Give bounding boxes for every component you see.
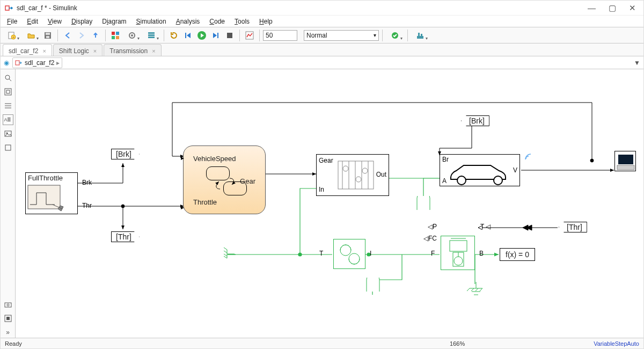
tab-shift-logic[interactable]: Shift Logic× bbox=[53, 44, 103, 56]
nav-back-button[interactable] bbox=[61, 29, 74, 42]
svg-rect-16 bbox=[185, 33, 186, 38]
menu-analysis[interactable]: Analysis bbox=[172, 17, 204, 26]
side-palette: A≣ » bbox=[1, 69, 16, 338]
svg-point-26 bbox=[5, 75, 10, 79]
simulation-mode-select[interactable]: Normal▾ bbox=[304, 30, 379, 41]
menu-tools[interactable]: Tools bbox=[230, 17, 254, 26]
svg-point-52 bbox=[454, 257, 463, 265]
status-zoom[interactable]: 166% bbox=[450, 340, 465, 347]
step-fwd-button[interactable] bbox=[209, 29, 222, 42]
library-browser-button[interactable] bbox=[109, 29, 122, 42]
explorer-bar: ◉ sdl_car_f2 ▸ ▼ bbox=[1, 56, 643, 69]
tab-model[interactable]: sdl_car_f2× bbox=[3, 44, 52, 56]
diagram-canvas[interactable]: FullThrottle Brk Thr [Brk] [Thr] Vehicle… bbox=[16, 69, 643, 338]
run-button[interactable] bbox=[195, 29, 208, 42]
annotation-icon[interactable]: A≣ bbox=[3, 114, 13, 125]
svg-rect-7 bbox=[112, 32, 115, 35]
menu-help[interactable]: Help bbox=[255, 17, 277, 26]
menu-code[interactable]: Code bbox=[205, 17, 229, 26]
port-fc: ◁FC bbox=[423, 235, 437, 242]
window-maximize-button[interactable]: ▢ bbox=[605, 2, 619, 14]
svg-rect-25 bbox=[16, 61, 19, 65]
block-solver-config[interactable]: f(x) = 0 bbox=[500, 248, 535, 261]
build-button[interactable] bbox=[411, 29, 429, 42]
area-icon[interactable] bbox=[3, 142, 13, 153]
port-brk: Brk bbox=[82, 179, 92, 186]
svg-point-45 bbox=[494, 176, 502, 185]
torque-sensor-icon bbox=[334, 239, 366, 270]
menu-edit[interactable]: Edit bbox=[23, 17, 42, 26]
step-back-button[interactable] bbox=[181, 29, 194, 42]
fast-restart-button[interactable] bbox=[167, 29, 180, 42]
toolbar-sep bbox=[382, 30, 383, 41]
svg-point-32 bbox=[7, 304, 9, 306]
stop-button[interactable] bbox=[223, 29, 236, 42]
fit-to-view-icon[interactable] bbox=[3, 86, 13, 97]
window-minimize-button[interactable]: — bbox=[584, 2, 599, 13]
screenshot-icon[interactable] bbox=[3, 299, 13, 310]
more-icon[interactable]: » bbox=[3, 327, 13, 338]
titlebar: sdl_car_f * - Simulink — ▢ ✕ bbox=[1, 1, 643, 16]
tab-transmission[interactable]: Transmission× bbox=[104, 44, 161, 56]
model-tabs: sdl_car_f2× Shift Logic× Transmission× bbox=[1, 43, 643, 56]
hide-nav-button[interactable]: ◉ bbox=[4, 59, 9, 67]
menu-diagram[interactable]: Diagram bbox=[98, 17, 130, 26]
status-solver[interactable]: VariableStepAuto bbox=[594, 340, 639, 347]
window-title: sdl_car_f * - Simulink bbox=[17, 4, 77, 12]
svg-rect-5 bbox=[46, 33, 50, 35]
goto-brk[interactable]: [Brk] bbox=[111, 149, 140, 159]
block-scope[interactable] bbox=[614, 151, 636, 171]
menu-simulation[interactable]: Simulation bbox=[132, 17, 171, 26]
svg-rect-23 bbox=[418, 33, 420, 36]
block-vehicle[interactable]: Br A V bbox=[440, 154, 520, 186]
from-thr[interactable]: [Thr] bbox=[559, 222, 587, 232]
toggle-annotations-icon[interactable] bbox=[3, 100, 13, 111]
goto-thr[interactable]: [Thr] bbox=[111, 231, 140, 242]
svg-point-37 bbox=[298, 253, 302, 256]
block-signal-builder[interactable]: FullThrottle bbox=[25, 172, 78, 214]
expand-dropdown[interactable]: ▼ bbox=[634, 59, 640, 67]
mech-ref-icon bbox=[363, 278, 383, 293]
breadcrumb[interactable]: sdl_car_f2 ▸ bbox=[12, 57, 62, 68]
stop-time-input[interactable]: 50 bbox=[263, 30, 297, 41]
close-icon[interactable]: × bbox=[42, 48, 46, 54]
close-icon[interactable]: × bbox=[152, 48, 155, 54]
svg-rect-27 bbox=[5, 89, 11, 95]
advisor-button[interactable] bbox=[386, 29, 404, 42]
mech-ground-icon bbox=[223, 246, 239, 261]
svg-point-42 bbox=[356, 177, 361, 182]
menu-file[interactable]: File bbox=[3, 17, 21, 26]
block-transmission[interactable]: Gear Out In bbox=[316, 154, 389, 196]
svg-rect-30 bbox=[5, 145, 11, 150]
record-icon[interactable] bbox=[3, 313, 13, 324]
svg-rect-14 bbox=[148, 34, 155, 36]
menu-view[interactable]: View bbox=[43, 17, 66, 26]
open-button[interactable] bbox=[22, 29, 40, 42]
block-engine[interactable] bbox=[441, 236, 475, 270]
chart-in-tri: ▸ bbox=[181, 203, 184, 211]
svg-point-12 bbox=[131, 34, 133, 37]
port-thr: Thr bbox=[82, 202, 92, 209]
image-icon[interactable] bbox=[3, 128, 13, 139]
close-icon[interactable]: × bbox=[93, 48, 97, 54]
svg-rect-50 bbox=[450, 241, 467, 251]
svg-rect-10 bbox=[116, 36, 119, 39]
signal-builder-icon bbox=[26, 183, 77, 212]
nav-fwd-button[interactable] bbox=[75, 29, 88, 42]
save-button[interactable] bbox=[41, 29, 54, 42]
menu-display[interactable]: Display bbox=[67, 17, 97, 26]
zoom-fit-icon[interactable] bbox=[3, 72, 13, 83]
model-config-button[interactable] bbox=[123, 29, 141, 42]
svg-rect-47 bbox=[617, 165, 634, 170]
svg-rect-8 bbox=[116, 32, 119, 35]
svg-point-36 bbox=[590, 159, 594, 162]
from-brk[interactable]: [Brk] bbox=[461, 115, 489, 126]
new-model-button[interactable]: + bbox=[3, 29, 21, 42]
toolbar: + 50 Normal▾ bbox=[1, 27, 643, 43]
data-inspector-button[interactable] bbox=[243, 29, 256, 42]
model-explorer-button[interactable] bbox=[142, 29, 160, 42]
block-shift-logic[interactable]: VehicleSpeed Gear Throttle bbox=[183, 146, 266, 214]
nav-up-button[interactable] bbox=[89, 29, 102, 42]
block-torque-sensor[interactable] bbox=[333, 239, 365, 269]
window-close-button[interactable]: ✕ bbox=[626, 2, 639, 14]
